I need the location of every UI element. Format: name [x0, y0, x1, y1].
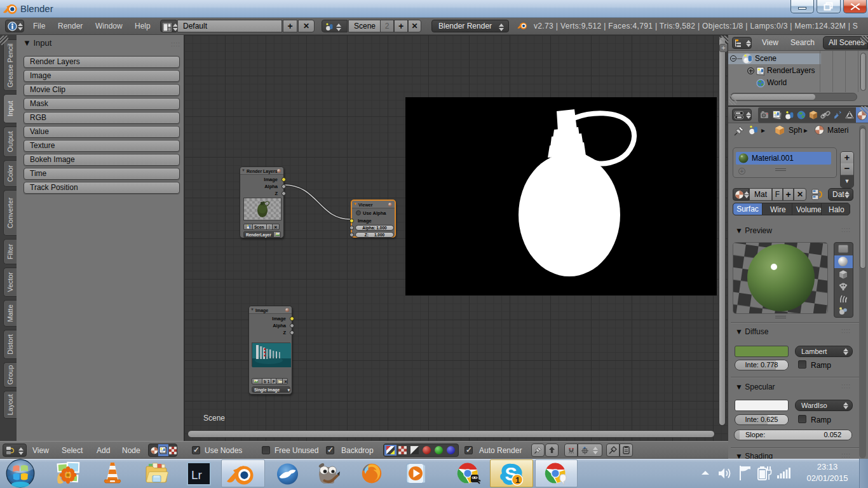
svg-text:1: 1: [515, 475, 520, 485]
svg-text:Lr: Lr: [191, 468, 203, 482]
